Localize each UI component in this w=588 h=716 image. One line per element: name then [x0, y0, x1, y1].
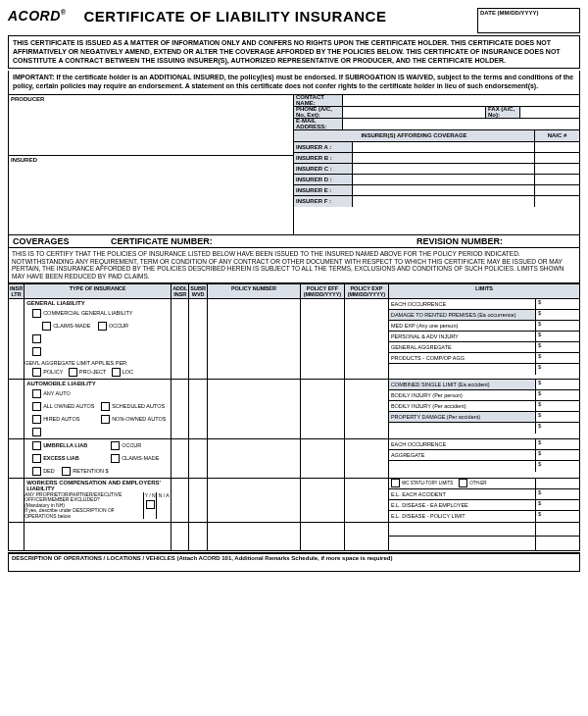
umb-ded-check[interactable]	[32, 467, 41, 476]
insurer-a-label: INSURER A :	[294, 142, 353, 152]
insurer-e-field[interactable]	[353, 185, 535, 195]
col-eff: POLICY EFF (MM/DD/YYYY)	[300, 283, 344, 298]
naic-e-field[interactable]	[535, 185, 579, 195]
gl-exp[interactable]	[344, 298, 388, 379]
acord-logo: ACORD®	[8, 8, 67, 24]
form-title: CERTIFICATE OF LIABILITY INSURANCE	[84, 8, 477, 25]
fax-label: FAX (A/C, No):	[486, 107, 520, 118]
email-field[interactable]	[343, 119, 579, 129]
email-label: E-MAIL ADDRESS:	[294, 119, 343, 129]
gl-type: GENERAL LIABILITY COMMERCIAL GENERAL LIA…	[24, 298, 172, 379]
wc-stat-check[interactable]	[391, 479, 400, 487]
blank-exp[interactable]	[344, 522, 388, 550]
coverage-table: INSR LTR TYPE OF INSURANCE ADDL INSR SUB…	[8, 283, 580, 551]
insured-field[interactable]: INSURED	[9, 156, 293, 234]
umb-subr[interactable]	[189, 438, 208, 478]
blank-ltr[interactable]	[9, 522, 24, 550]
insurer-b-label: INSURER B :	[294, 153, 353, 163]
wc-policy-num[interactable]	[207, 478, 300, 522]
date-field[interactable]: DATE (MM/DD/YYYY)	[477, 8, 580, 33]
phone-label: PHONE (A/C, No, Ext):	[294, 107, 343, 118]
auto-non-check[interactable]	[101, 415, 110, 424]
insurer-e-label: INSURER E :	[294, 185, 353, 195]
blank-policy[interactable]	[207, 522, 300, 550]
gl-claims-check[interactable]	[42, 322, 51, 331]
insurer-f-label: INSURER F :	[294, 196, 353, 207]
naic-d-field[interactable]	[535, 175, 579, 184]
description-operations[interactable]: DESCRIPTION OF OPERATIONS / LOCATIONS / …	[8, 552, 580, 572]
naic-c-field[interactable]	[535, 164, 579, 174]
auto-eff[interactable]	[300, 379, 344, 438]
wc-subr[interactable]	[189, 478, 208, 522]
insurer-c-field[interactable]	[353, 164, 535, 174]
col-policy: POLICY NUMBER	[207, 283, 300, 298]
producer-field[interactable]: PRODUCER	[9, 95, 293, 156]
auto-addl[interactable]	[172, 379, 189, 438]
gl-project-check[interactable]	[69, 368, 77, 377]
insurer-f-field[interactable]	[353, 196, 535, 207]
auto-exp[interactable]	[344, 379, 388, 438]
auto-all-check[interactable]	[32, 402, 41, 411]
auto-type: AUTOMOBILE LIABILITY ANY AUTO ALL OWNED …	[24, 379, 172, 438]
gl-blank1-check[interactable]	[32, 334, 41, 343]
coverages-header: COVERAGES	[9, 235, 107, 247]
auto-limits: COMBINED SINGLE LIMIT (Ea accident)$ BOD…	[388, 379, 579, 438]
blank-eff[interactable]	[300, 522, 344, 550]
wc-limits: WC STATU-TORY LIMITSOTH-ER E.L. EACH ACC…	[388, 478, 579, 522]
insurer-a-field[interactable]	[353, 142, 535, 152]
insurer-d-field[interactable]	[353, 175, 535, 184]
umb-claims-check[interactable]	[111, 454, 120, 463]
gl-ltr[interactable]	[9, 298, 24, 379]
gl-limits: EACH OCCURRENCE$ DAMAGE TO RENTED PREMIS…	[388, 298, 579, 379]
insurer-b-field[interactable]	[353, 153, 535, 163]
phone-field[interactable]	[343, 107, 486, 118]
umb-ret-check[interactable]	[62, 467, 71, 476]
revision-number-label: REVISION NUMBER:	[413, 235, 579, 247]
umb-occur-check[interactable]	[111, 441, 120, 450]
auto-hired-check[interactable]	[32, 415, 41, 424]
umb-type: UMBRELLA LIABOCCUR EXCESS LIABCLAIMS-MAD…	[24, 438, 172, 478]
col-limits: LIMITS	[388, 283, 579, 298]
blank-subr[interactable]	[189, 522, 208, 550]
blank-type[interactable]	[24, 522, 172, 550]
wc-eff[interactable]	[300, 478, 344, 522]
umb-policy-num[interactable]	[207, 438, 300, 478]
blank-addl[interactable]	[172, 522, 189, 550]
naic-a-field[interactable]	[535, 142, 579, 152]
naic-header: NAIC #	[535, 130, 579, 141]
col-addl: ADDL INSR	[172, 283, 189, 298]
auto-policy-num[interactable]	[207, 379, 300, 438]
umb-umb-check[interactable]	[32, 441, 41, 450]
insurers-header: INSURER(S) AFFORDING COVERAGE	[294, 130, 535, 141]
gl-comm-check[interactable]	[32, 309, 41, 318]
auto-blank-check[interactable]	[32, 428, 41, 436]
gl-subr[interactable]	[189, 298, 208, 379]
gl-loc-check[interactable]	[112, 368, 121, 377]
auto-sched-check[interactable]	[101, 402, 110, 411]
blank-limits	[388, 522, 579, 550]
wc-yn-check[interactable]	[146, 500, 155, 509]
gl-blank2-check[interactable]	[32, 347, 41, 356]
auto-subr[interactable]	[189, 379, 208, 438]
naic-f-field[interactable]	[535, 196, 579, 207]
wc-exp[interactable]	[344, 478, 388, 522]
umb-exc-check[interactable]	[32, 454, 41, 463]
auto-ltr[interactable]	[9, 379, 24, 438]
umb-eff[interactable]	[300, 438, 344, 478]
gl-addl[interactable]	[172, 298, 189, 379]
cert-number-label: CERTIFICATE NUMBER:	[107, 235, 413, 247]
naic-b-field[interactable]	[535, 153, 579, 163]
wc-ltr[interactable]	[9, 478, 24, 522]
wc-addl[interactable]	[172, 478, 189, 522]
gl-policy-num[interactable]	[207, 298, 300, 379]
fax-field[interactable]	[520, 107, 579, 118]
umb-exp[interactable]	[344, 438, 388, 478]
gl-eff[interactable]	[300, 298, 344, 379]
auto-any-check[interactable]	[32, 389, 41, 398]
contact-name-field[interactable]	[343, 95, 579, 106]
umb-ltr[interactable]	[9, 438, 24, 478]
gl-policy-check[interactable]	[32, 368, 41, 377]
wc-oth-check[interactable]	[459, 479, 467, 487]
umb-addl[interactable]	[172, 438, 189, 478]
gl-occur-check[interactable]	[98, 322, 107, 331]
